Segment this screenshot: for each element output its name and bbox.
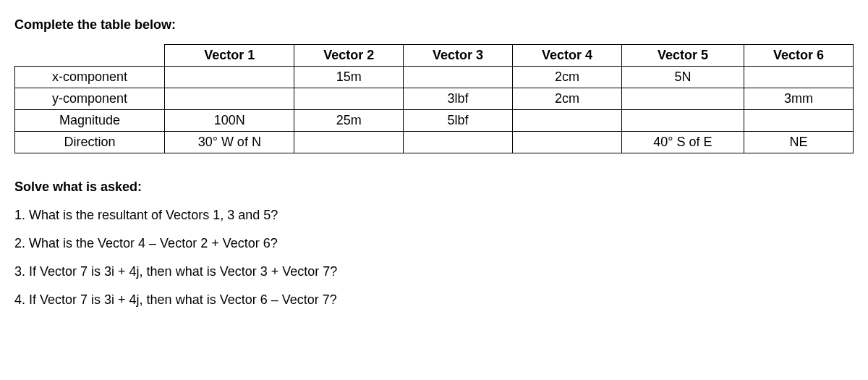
question-4: 4. If Vector 7 is 3i + 4j, then what is …	[14, 292, 854, 308]
table-cell	[744, 67, 854, 88]
table-cell	[165, 88, 294, 110]
vector-table: Vector 1 Vector 2 Vector 3 Vector 4 Vect…	[14, 44, 854, 153]
table-cell: 5lbf	[404, 110, 513, 132]
table-cell: 5N	[621, 67, 744, 88]
table-row: y-component 3lbf 2cm 3mm	[15, 88, 854, 110]
question-3: 3. If Vector 7 is 3i + 4j, then what is …	[14, 264, 854, 279]
table-cell	[744, 110, 854, 132]
col-header-vector5: Vector 5	[621, 45, 744, 67]
table-cell	[621, 88, 744, 110]
row-label-xcomponent: x-component	[15, 67, 165, 88]
table-header-row: Vector 1 Vector 2 Vector 3 Vector 4 Vect…	[15, 45, 854, 67]
row-label-magnitude: Magnitude	[15, 110, 165, 132]
table-cell	[165, 67, 294, 88]
table-cell: 25m	[294, 110, 404, 132]
table-cell: 100N	[165, 110, 294, 132]
table-cell: 40° S of E	[621, 132, 744, 153]
table-row: x-component 15m 2cm 5N	[15, 67, 854, 88]
table-row: Magnitude 100N 25m 5lbf	[15, 110, 854, 132]
table-cell	[404, 67, 513, 88]
table-cell: 2cm	[513, 67, 622, 88]
col-header-vector3: Vector 3	[404, 45, 513, 67]
table-cell: 2cm	[513, 88, 622, 110]
table-cell: 30° W of N	[165, 132, 294, 153]
table-cell: 3mm	[744, 88, 854, 110]
table-cell	[404, 132, 513, 153]
col-header-vector1: Vector 1	[165, 45, 294, 67]
col-header-vector2: Vector 2	[294, 45, 404, 67]
solve-heading: Solve what is asked:	[14, 180, 854, 195]
row-label-ycomponent: y-component	[15, 88, 165, 110]
table-cell	[621, 110, 744, 132]
row-label-direction: Direction	[15, 132, 165, 153]
table-cell: 15m	[294, 67, 404, 88]
question-1: 1. What is the resultant of Vectors 1, 3…	[14, 208, 854, 223]
table-cell: NE	[744, 132, 854, 153]
table-row: Direction 30° W of N 40° S of E NE	[15, 132, 854, 153]
table-cell	[294, 132, 404, 153]
table-cell	[294, 88, 404, 110]
table-cell	[513, 132, 622, 153]
table-cell: 3lbf	[404, 88, 513, 110]
col-header-vector6: Vector 6	[744, 45, 854, 67]
col-header-vector4: Vector 4	[513, 45, 622, 67]
table-cell	[513, 110, 622, 132]
blank-corner	[15, 45, 165, 67]
complete-table-heading: Complete the table below:	[14, 17, 854, 33]
question-2: 2. What is the Vector 4 – Vector 2 + Vec…	[14, 236, 854, 251]
